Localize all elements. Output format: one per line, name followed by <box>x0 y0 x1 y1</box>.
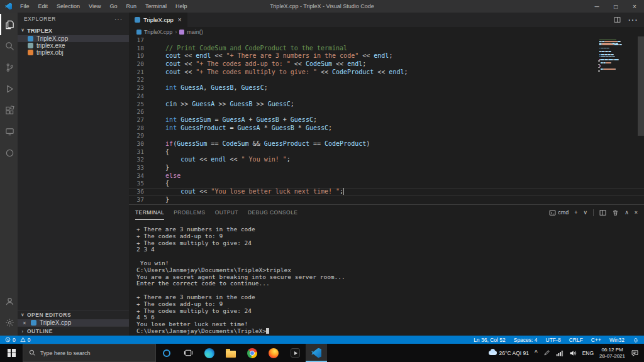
taskbar-vscode[interactable] <box>306 344 327 362</box>
code-line-33[interactable]: 33 } <box>129 164 644 172</box>
code-line-34[interactable]: 34 else <box>129 172 644 180</box>
menu-help[interactable]: Help <box>171 3 192 9</box>
status-indentation[interactable]: Spaces: 4 <box>514 337 538 343</box>
weather-widget[interactable]: 26°C AQI 91 <box>489 350 529 356</box>
code-line-32[interactable]: 32 cout << endl << " You win! "; <box>129 156 644 164</box>
code-line-20[interactable]: 20 cout << "+ The codes add-up to: " << … <box>129 60 644 69</box>
new-terminal-button[interactable]: + <box>574 209 577 216</box>
split-editor-icon[interactable] <box>614 16 621 23</box>
menu-go[interactable]: Go <box>105 3 121 9</box>
file-triplex.exe[interactable]: triplex.exe <box>18 42 129 49</box>
search-icon[interactable] <box>0 35 18 57</box>
panel-tab-output[interactable]: OUTPUT <box>215 205 238 220</box>
code-line-36[interactable]: 36 cout << "You lose better luck next ti… <box>129 188 644 196</box>
terminal-output[interactable]: + There are 3 numbers in the code+ The c… <box>129 220 644 336</box>
code-line-22[interactable]: 22 <box>129 76 644 84</box>
network-icon[interactable] <box>556 349 564 357</box>
close-panel-button[interactable]: × <box>635 209 638 216</box>
outline-section[interactable]: › OUTLINE <box>18 326 129 336</box>
explorer-icon[interactable] <box>0 14 18 35</box>
folder-triplex[interactable]: ∨ TRIPLEX <box>18 25 129 35</box>
run-debug-icon[interactable] <box>0 78 18 99</box>
scrollbar-thumb[interactable] <box>638 36 644 136</box>
shell-selector[interactable]: cmd <box>549 209 569 216</box>
pen-icon[interactable] <box>543 349 550 356</box>
minimize-button[interactable]: ─ <box>587 0 606 13</box>
file-triplex.obj[interactable]: triplex.obj <box>18 49 129 56</box>
remote-explorer-icon[interactable] <box>0 121 18 142</box>
code-line-31[interactable]: 31 { <box>129 148 644 156</box>
account-icon[interactable] <box>0 290 18 312</box>
tab-triplex-cpp[interactable]: TripleX.cpp × <box>129 13 187 27</box>
code-line-27[interactable]: 27 int GuessSum = GuessA + GuessB + Gues… <box>129 116 644 124</box>
taskbar-search-input[interactable]: Type here to search <box>23 344 156 362</box>
editor-scrollbar[interactable] <box>638 36 644 204</box>
maximize-button[interactable]: □ <box>606 0 625 13</box>
code-line-30[interactable]: 30 if(GuessSum == CodeSum && GuessProduc… <box>129 140 644 148</box>
action-center-icon[interactable] <box>631 349 639 357</box>
panel-tab-debug-console[interactable]: DEBUG CONSOLE <box>248 205 297 220</box>
close-window-button[interactable]: × <box>625 0 644 13</box>
kill-terminal-button[interactable] <box>612 209 619 216</box>
more-actions-icon[interactable]: ··· <box>628 14 638 26</box>
status-platform[interactable]: Win32 <box>609 337 625 343</box>
code-line-21[interactable]: 21 cout << "+ The codes multiply to give… <box>129 69 644 77</box>
taskbar-media-app[interactable] <box>284 344 306 362</box>
menu-edit[interactable]: Edit <box>34 3 53 9</box>
taskbar-chrome[interactable] <box>242 344 263 362</box>
open-editor-TripleX.cpp[interactable]: ×TripleX.cpp <box>18 319 129 326</box>
open-editors-section[interactable]: ∨ OPEN EDITORS <box>18 310 129 319</box>
status-cursor-position[interactable]: Ln 36, Col 52 <box>474 337 506 343</box>
code-line-29[interactable]: 29 <box>129 132 644 140</box>
start-button[interactable] <box>0 344 23 362</box>
problems-status[interactable]: 0 0 <box>5 337 30 343</box>
menu-run[interactable]: Run <box>121 3 141 9</box>
panel-tab-problems[interactable]: PROBLEMS <box>174 205 205 220</box>
live-share-icon[interactable] <box>0 142 18 163</box>
close-icon[interactable]: × <box>21 320 28 326</box>
code-line-24[interactable]: 24 <box>129 92 644 101</box>
terminal-dropdown-icon[interactable]: ∨ <box>584 209 588 216</box>
clock[interactable]: 06:12 PM 28-07-2021 <box>599 347 625 359</box>
minimap[interactable] <box>598 38 637 72</box>
code-line-17[interactable]: 17 <box>129 36 644 45</box>
code-line-23[interactable]: 23 int GuessA, GuessB, GuessC; <box>129 84 644 92</box>
panel-tab-terminal[interactable]: TERMINAL <box>135 205 164 220</box>
file-TripleX.cpp[interactable]: TripleX.cpp <box>18 35 129 42</box>
breadcrumb-item[interactable]: TripleX.cpp <box>144 29 172 35</box>
sidebar-spacer <box>18 56 129 310</box>
taskbar-file-explorer[interactable] <box>220 344 242 362</box>
code-line-26[interactable]: 26 <box>129 108 644 116</box>
code-line-18[interactable]: 18 // Print CodeSum and CodeProduct to t… <box>129 45 644 53</box>
code-line-37[interactable]: 37 } <box>129 196 644 204</box>
bell-icon[interactable] <box>633 337 639 343</box>
status-encoding[interactable]: UTF-8 <box>546 337 561 343</box>
menu-selection[interactable]: Selection <box>52 3 84 9</box>
status-eol[interactable]: CRLF <box>569 337 583 343</box>
tab-close-icon[interactable]: × <box>178 16 182 23</box>
split-terminal-button[interactable] <box>599 209 606 216</box>
code-line-19[interactable]: 19 cout << endl << "+ There are 3 number… <box>129 52 644 60</box>
show-hidden-icons-button[interactable]: ^ <box>535 349 538 356</box>
status-language[interactable]: C++ <box>591 337 601 343</box>
code-editor[interactable]: 1718 // Print CodeSum and CodeProduct to… <box>129 36 644 204</box>
menu-view[interactable]: View <box>84 3 105 9</box>
taskbar-firefox[interactable] <box>263 344 284 362</box>
explorer-more-actions-icon[interactable]: ··· <box>114 16 123 23</box>
menu-file[interactable]: File <box>16 3 34 9</box>
taskbar-edge[interactable] <box>199 344 220 362</box>
code-line-28[interactable]: 28 int GuessProduct = GuessA * GuessB * … <box>129 124 644 133</box>
extensions-icon[interactable] <box>0 99 18 121</box>
menu-terminal[interactable]: Terminal <box>141 3 171 9</box>
code-line-35[interactable]: 35 { <box>129 180 644 188</box>
volume-icon[interactable] <box>569 349 577 357</box>
task-view-button[interactable] <box>177 344 199 362</box>
maximize-panel-button[interactable]: ∧ <box>625 209 629 216</box>
breadcrumb-item[interactable]: main() <box>187 29 203 35</box>
settings-icon[interactable] <box>0 312 18 333</box>
code-line-25[interactable]: 25 cin >> GuessA >> GuessB >> GuessC; <box>129 101 644 109</box>
activity-bar-top <box>0 14 18 163</box>
cortana-button[interactable] <box>156 344 177 362</box>
language-indicator[interactable]: ENG <box>582 350 594 356</box>
source-control-icon[interactable] <box>0 57 18 78</box>
